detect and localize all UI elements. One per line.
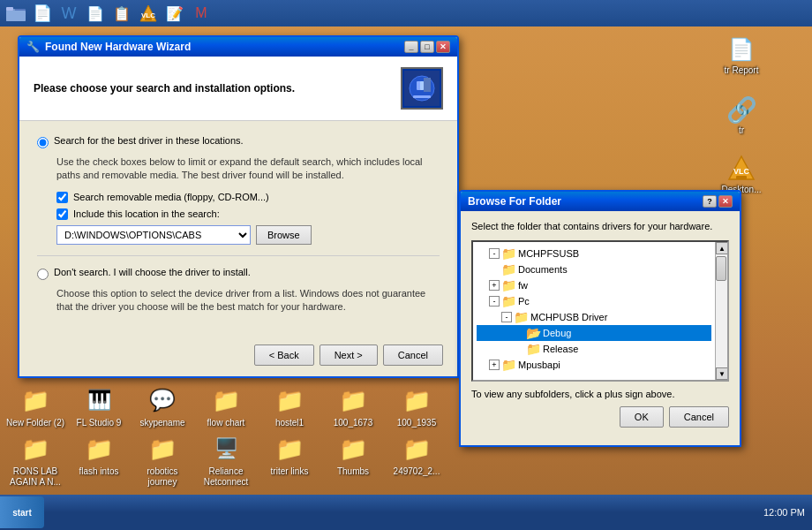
tree-item-fw[interactable]: + 📁 fw [477,277,711,293]
tree-container[interactable]: - 📁 MCHPFSUSB 📁 Documents + [471,240,729,382]
tree-item-mpusbapi[interactable]: + 📁 Mpusbapi [477,357,711,373]
radio1-label: Search for the best driver in these loca… [54,135,244,146]
cancel-button[interactable]: Cancel [383,344,443,366]
wizard-icon: 🔧 [26,41,40,53]
desktop-icon-100-1935[interactable]: 📁 100_1935 [386,384,447,428]
tree-label-mpusbapi: Mpusbapi [518,360,560,370]
wizard-header: Please choose your search and installati… [19,57,457,121]
expand-pc[interactable]: - [489,296,500,307]
wizard-close-button[interactable]: ✕ [436,41,450,53]
scroll-up-arrow[interactable]: ▲ [716,242,728,254]
browse-close-button[interactable]: ✕ [718,195,733,208]
desktop-icon-flow-chart[interactable]: 📁 flow chart [195,384,257,428]
taskbar-icon-note[interactable]: 📝 [162,3,187,24]
scroll-thumb[interactable] [716,256,726,281]
radio-dont-search[interactable] [37,269,49,280]
taskbar-icon-doc1[interactable]: 📄 [83,3,108,24]
folder-icon-pc: 📁 [501,294,516,308]
desktop-icon-flash-intos[interactable]: 📁 flash intos [68,433,130,488]
tree-label-fw: fw [518,280,528,291]
checkbox-removable[interactable] [56,192,68,203]
wizard-title-label: Found New Hardware Wizard [45,41,191,53]
browse-help-button[interactable]: ? [703,195,717,208]
browse-button[interactable]: Browse [256,225,312,245]
rons-lab-label: RONS LAB AGAIN A N... [4,466,66,488]
tree-item-release[interactable]: 📁 Release [477,341,711,357]
fl-studio-label: FL Studio 9 [77,418,122,428]
tr-label: tr [739,125,744,136]
taskbar-icon-pdf[interactable]: 📄 [30,3,55,24]
svg-rect-8 [736,176,747,179]
desktop-icon-fl-studio[interactable]: 🎹 FL Studio 9 [68,384,130,428]
expand-mchpusb[interactable]: - [501,312,512,322]
taskbar-icon-vlc[interactable]: VLC [136,3,161,24]
taskbar: start 12:00 PM [0,495,812,530]
wizard-title-bar: 🔧 Found New Hardware Wizard _ □ ✕ [19,37,457,57]
tree-scrollbar[interactable]: ▲ ▼ [715,242,727,380]
thumbs-icon: 📁 [337,433,369,465]
svg-marker-15 [424,78,431,92]
checkbox-location[interactable] [56,208,68,220]
browse-body: Select the folder that contains drivers … [461,211,740,445]
scroll-down-arrow[interactable]: ▼ [716,367,728,380]
wizard-minimize-button[interactable]: _ [404,41,418,53]
desktop-icon-tr[interactable]: 🔗 tr [710,95,772,136]
expand-fw[interactable]: + [489,280,500,291]
tree-item-documents[interactable]: 📁 Documents [477,261,711,277]
skype-label: skypename [139,418,184,428]
desktop-icon-new-folder[interactable]: 📁 New Folder (2) [4,384,66,428]
wizard-body: Search for the best driver in these loca… [19,121,457,337]
desktop-icon-tr-report[interactable]: 📄 tr Report [710,35,772,76]
next-button[interactable]: Next > [320,344,378,366]
desktop-icon-100-1673[interactable]: 📁 100_1673 [322,384,384,428]
browse-description: Select the folder that contains drivers … [471,220,729,233]
desktop-icon-249702[interactable]: 📁 249702_2... [386,433,447,488]
wizard-divider [37,255,440,256]
tree-item-debug[interactable]: 📂 Debug [477,325,711,341]
100-1935-icon: 📁 [401,384,432,416]
flash-intos-icon: 📁 [83,433,115,465]
expand-mpusbapi[interactable]: + [489,360,500,370]
desktop-icon-triter[interactable]: 📁 triter links [259,433,320,488]
wizard-header-text: Please choose your search and installati… [34,82,295,95]
radio-search-best[interactable] [37,137,49,148]
robotics-icon: 📁 [147,433,178,465]
reliance-label: Reliance Netconnect [195,466,257,488]
browse-title-label: Browse For Folder [468,195,561,208]
desktop-icon-hostel1[interactable]: 📁 hostel1 [259,384,320,428]
browse-cancel-button[interactable]: Cancel [669,406,729,428]
back-button[interactable]: < Back [254,344,314,366]
wizard-footer: < Back Next > Cancel [19,337,457,376]
wizard-maximize-button[interactable]: □ [420,41,434,53]
taskbar-icon-doc2[interactable]: 📋 [109,3,134,24]
desktop-icon-rons-lab[interactable]: 📁 RONS LAB AGAIN A N... [4,433,66,488]
radio1-desc: Use the check boxes below to limit or ex… [56,155,440,183]
location-select[interactable]: D:\WINDOWS\OPTIONS\CABS [56,225,251,245]
tree-item-mchpfsusb[interactable]: - 📁 MCHPFSUSB [477,246,711,261]
tr-report-label: tr Report [725,65,759,76]
desktop-icon-robotics[interactable]: 📁 robotics journey [132,433,193,488]
expand-mchpfsusb[interactable]: - [489,248,500,259]
tr-report-icon: 📄 [727,35,756,64]
thumbs-label: Thumbs [337,466,369,477]
triter-icon: 📁 [274,433,305,465]
desktop-icon-reliance[interactable]: 🖥️ Reliance Netconnect [195,433,257,488]
tree-area-wrapper: - 📁 MCHPFSUSB 📁 Documents + [471,240,729,382]
taskbar-icon-app[interactable]: M [189,3,214,24]
tree-item-pc[interactable]: - 📁 Pc [477,293,711,309]
browse-footer: OK Cancel [471,406,729,436]
checkbox-option-2: Include this location in the search: [56,208,440,220]
taskbar-icon-folder[interactable] [4,3,28,24]
expand-release [514,344,524,354]
browse-title-text: Browse For Folder [468,195,561,208]
desktop-icon-skype[interactable]: 💬 skypename [132,384,193,428]
start-button[interactable]: start [0,496,44,528]
desktop: 📄 W 📄 📋 VLC 📝 M 📄 tr Report 🔗 tr VLC [0,0,812,530]
svg-rect-3 [6,7,13,11]
tree-item-mchpusb[interactable]: - 📁 MCHPUSB Driver [477,309,711,325]
taskbar-icon-word[interactable]: W [56,3,81,24]
browse-ok-button[interactable]: OK [620,406,664,428]
desktop-icon-thumbs[interactable]: 📁 Thumbs [322,433,384,488]
svg-rect-14 [413,95,431,98]
svg-rect-13 [420,81,424,90]
